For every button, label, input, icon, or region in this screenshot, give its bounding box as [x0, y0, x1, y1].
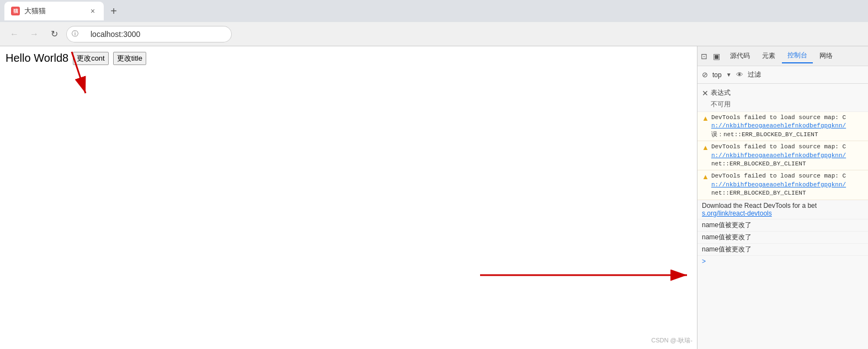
console-warning-2: ▲ DevTools failed to load source map: C …	[697, 141, 868, 170]
devtools-eye-icon[interactable]: 👁	[736, 71, 743, 79]
warning-text-1: DevTools failed to load source map: C n:…	[711, 114, 846, 139]
devtools-body: ✕ 表达式 不可用 ▲ DevTools failed to load sour…	[697, 84, 868, 349]
warning-text-3: DevTools failed to load source map: C n:…	[711, 172, 846, 197]
warning-text-2: DevTools failed to load source map: C n:…	[711, 143, 846, 168]
tab-elements[interactable]: 元素	[757, 49, 781, 63]
page-content: Hello World8 更改cont 更改title	[6, 52, 691, 65]
expression-header: ✕ 表达式	[702, 88, 864, 98]
warning-link-2[interactable]: n://nkbihfbeogaeaoehlefnkodbefgpgknn/	[711, 152, 846, 159]
devtools-icon-group: ⊡ ▣	[700, 51, 721, 62]
watermark: CSDN @-耿瑞-	[651, 336, 693, 345]
console-warning-3: ▲ DevTools failed to load source map: C …	[697, 170, 868, 200]
devtools-download-link[interactable]: s.org/link/react-devtools	[702, 210, 772, 217]
tab-favicon: 猫	[11, 7, 20, 15]
devtools-select-element-icon[interactable]: ⊡	[700, 51, 709, 62]
warning-link-3[interactable]: n://nkbihfbeogaeaoehlefnkodbefgpgknn/	[711, 181, 846, 188]
warning-link-1[interactable]: n://nkbihfbeogaeaoehlefnkodbefgpgknn/	[711, 122, 846, 129]
console-log-1: name值被更改了	[697, 219, 868, 232]
page-area: Hello World8 更改cont 更改title CSDN @-耿瑞-	[0, 46, 697, 349]
console-prompt[interactable]: >	[697, 256, 868, 267]
warning-icon-3: ▲	[702, 173, 709, 181]
address-wrapper: ⓘ localhost:3000	[66, 26, 232, 42]
console-download-entry: Download the React DevTools for a bet s.…	[697, 200, 868, 219]
change-cont-button[interactable]: 更改cont	[73, 52, 109, 65]
address-url-text: localhost:3000	[82, 30, 140, 39]
expression-label: 表达式	[711, 88, 731, 98]
address-bar: ← → ↻ ⓘ localhost:3000	[0, 22, 868, 46]
devtools-tabs: ⊡ ▣ 源代码 元素 控制台 网络	[697, 46, 868, 66]
back-button[interactable]: ←	[7, 26, 22, 42]
warning-icon-1: ▲	[702, 114, 709, 122]
warning-icon-2: ▲	[702, 143, 709, 152]
tab-network[interactable]: 网络	[814, 49, 838, 63]
console-log-2: name值被更改了	[697, 232, 868, 244]
tab-sources[interactable]: 源代码	[725, 49, 755, 63]
annotation-arrows	[0, 46, 697, 349]
tab-title: 大猫猫	[24, 6, 84, 16]
devtools-ban-icon[interactable]: ⊘	[702, 71, 708, 79]
expression-value: 不可用	[702, 100, 864, 109]
prompt-chevron: >	[702, 257, 706, 265]
devtools-toolbar: ⊘ top ▼ 👁 过滤	[697, 66, 868, 84]
main-content: Hello World8 更改cont 更改title CSDN @-耿瑞-	[0, 46, 868, 349]
devtools-filter-label: 过滤	[748, 70, 761, 79]
reload-button[interactable]: ↻	[46, 26, 62, 42]
browser-tab[interactable]: 猫 大猫猫 ×	[4, 2, 104, 20]
expression-section: ✕ 表达式 不可用	[697, 86, 868, 112]
console-warning-1: ▲ DevTools failed to load source map: C …	[697, 112, 868, 141]
devtools-panel: ⊡ ▣ 源代码 元素 控制台 网络 ⊘ top ▼ 👁 过滤 ✕ 表达式	[697, 46, 868, 349]
tab-console[interactable]: 控制台	[782, 49, 813, 63]
tab-bar: 猫 大猫猫 × +	[0, 0, 868, 22]
new-tab-button[interactable]: +	[106, 3, 121, 19]
context-dropdown-icon[interactable]: ▼	[726, 72, 732, 78]
address-input[interactable]: localhost:3000	[66, 26, 232, 42]
forward-button[interactable]: →	[26, 26, 42, 42]
change-title-button[interactable]: 更改title	[113, 52, 146, 65]
console-log-3: name值被更改了	[697, 244, 868, 256]
devtools-device-icon[interactable]: ▣	[712, 51, 721, 62]
hello-world-text: Hello World8	[6, 52, 68, 65]
devtools-context-selector[interactable]: top	[712, 71, 722, 79]
tab-close-button[interactable]: ×	[88, 7, 97, 15]
expression-close-icon[interactable]: ✕	[702, 89, 709, 98]
address-lock-icon: ⓘ	[72, 29, 78, 39]
